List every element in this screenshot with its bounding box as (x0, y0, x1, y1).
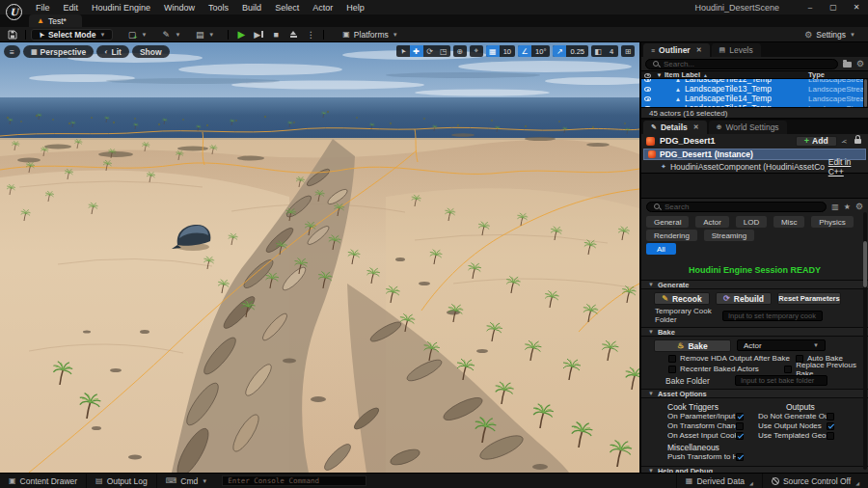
table-row[interactable]: ▲ LandscapeTile14_Temp LandscapeStreamin… (641, 94, 868, 103)
play-options-icon[interactable]: ⋮ (303, 28, 318, 41)
level-tab-test[interactable]: ▲ Test* (29, 14, 82, 27)
grid-snap-toggle[interactable]: ▦ (486, 45, 500, 57)
eject-button[interactable] (285, 28, 301, 41)
tab-levels[interactable]: ▤ Levels (712, 43, 761, 57)
lock-icon[interactable] (854, 139, 861, 144)
maximize-button[interactable]: ▢ (822, 0, 845, 14)
tab-outliner[interactable]: ≡ Outliner ✕ (643, 43, 710, 57)
display-options-icon[interactable]: ▥ (831, 203, 839, 211)
on-param-checkbox[interactable] (736, 413, 744, 420)
menu-tools[interactable]: Tools (202, 2, 235, 14)
chevron-down-icon[interactable]: ▼ (175, 32, 180, 38)
menu-houdini-engine[interactable]: Houdini Engine (85, 2, 157, 14)
eye-icon[interactable] (644, 87, 651, 92)
folder-icon[interactable] (843, 62, 852, 68)
maximize-viewport-button[interactable]: ⊞ (621, 45, 635, 57)
section-generate[interactable]: ▼Generate (641, 280, 868, 289)
close-icon[interactable]: ✕ (696, 46, 702, 54)
save-icon[interactable] (5, 28, 20, 41)
play-button[interactable]: ▶ (233, 28, 249, 41)
scale-snap-toggle[interactable]: ↗ (553, 45, 566, 57)
unreal-logo-icon[interactable]: U (6, 4, 22, 20)
favorites-star-icon[interactable]: ★ (844, 203, 851, 211)
tab-details[interactable]: ✎ Details ✕ (643, 121, 707, 134)
reset-parameters-button[interactable]: Reset Parameters (777, 292, 841, 305)
scale-tool-button[interactable]: ◳ (437, 45, 450, 57)
rotation-snap-toggle[interactable]: ∠ (518, 45, 531, 57)
cinematics-icon[interactable]: ▤ (192, 28, 207, 41)
viewport[interactable]: ≡ ▦Perspective ◐Lit Show ➤ ✚ ⟳ ◳ ⊕ ⌖ ▦ 1… (0, 42, 639, 473)
menu-build[interactable]: Build (235, 2, 268, 14)
camera-speed-icon[interactable]: ◧ (591, 45, 605, 57)
gear-icon[interactable]: ⚙ (856, 59, 864, 68)
eye-icon[interactable] (644, 79, 651, 82)
remove-hda-checkbox[interactable] (668, 355, 676, 363)
auto-bake-checkbox[interactable] (796, 355, 803, 363)
gear-icon[interactable]: ⚙ (855, 202, 863, 211)
perspective-dropdown[interactable]: ▦Perspective (23, 45, 94, 58)
show-dropdown[interactable]: Show (132, 45, 170, 58)
rebuild-button[interactable]: ⟳Rebuild (716, 292, 772, 305)
outliner-search[interactable] (645, 59, 838, 69)
grid-snap-value[interactable]: 10 (500, 45, 515, 57)
rotate-tool-button[interactable]: ⟳ (423, 45, 437, 57)
temp-cook-folder-input[interactable] (722, 311, 823, 321)
outliner-scrollbar[interactable] (863, 79, 868, 107)
camera-speed-value[interactable]: 4 (605, 45, 618, 57)
details-scrollbar[interactable] (863, 212, 867, 470)
menu-edit[interactable]: Edit (57, 2, 86, 14)
use-output-nodes-checkbox[interactable] (827, 422, 834, 430)
close-icon[interactable]: ✕ (693, 123, 699, 131)
menu-help[interactable]: Help (339, 2, 371, 14)
outliner-search-input[interactable] (664, 60, 830, 68)
chevron-down-icon[interactable]: ▼ (141, 32, 147, 38)
category-streaming[interactable]: Streaming (704, 230, 754, 241)
tab-world-settings[interactable]: ⊕ World Settings (709, 121, 787, 134)
rotation-snap-value[interactable]: 10° (531, 45, 550, 57)
use-templated-checkbox[interactable] (827, 432, 834, 440)
platforms-dropdown[interactable]: ▣ Platforms ▼ (342, 30, 397, 40)
replace-previous-checkbox[interactable] (784, 366, 792, 373)
cmd-dropdown[interactable]: ⌨ Cmd ▼ (157, 474, 216, 488)
world-space-toggle[interactable]: ⊕ (453, 45, 467, 57)
details-search[interactable] (646, 202, 827, 212)
add-actor-icon[interactable]: ▢+ (124, 28, 140, 41)
section-help-debug[interactable]: ▼Help and Debug (641, 466, 868, 473)
source-control-button[interactable]: Source Control Off ◢ (762, 474, 868, 488)
menu-actor[interactable]: Actor (306, 2, 339, 14)
section-asset-options[interactable]: ▼Asset Options (641, 389, 868, 398)
type-column[interactable]: Type (808, 70, 825, 79)
settings-dropdown[interactable]: ⚙ Settings ▼ (804, 30, 855, 40)
menu-window[interactable]: Window (157, 2, 202, 14)
category-general[interactable]: General (646, 216, 689, 228)
table-row[interactable]: ▲ LandscapeTile15_Temp LandscapeStreamin… (641, 103, 868, 107)
scale-snap-value[interactable]: 0.25 (566, 45, 588, 57)
category-lod[interactable]: LOD (736, 216, 767, 228)
details-search-input[interactable] (665, 203, 819, 211)
move-tool-button[interactable]: ✚ (410, 45, 423, 57)
stop-button[interactable]: ■ (268, 28, 284, 41)
recenter-checkbox[interactable] (668, 366, 676, 373)
eye-icon[interactable] (644, 73, 651, 78)
category-rendering[interactable]: Rendering (646, 230, 697, 241)
on-asset-input-checkbox[interactable] (736, 432, 744, 440)
category-misc[interactable]: Misc (773, 216, 804, 228)
menu-file[interactable]: File (29, 2, 57, 14)
eye-icon[interactable] (644, 106, 651, 107)
bake-folder-input[interactable] (735, 375, 827, 386)
no-outputs-checkbox[interactable] (827, 413, 834, 420)
node-graph-icon[interactable]: -< (842, 138, 846, 145)
section-bake[interactable]: ▼Bake (641, 327, 868, 337)
minimize-button[interactable]: – (799, 0, 822, 14)
add-component-button[interactable]: + Add (796, 136, 837, 147)
lit-dropdown[interactable]: ◐Lit (96, 45, 129, 58)
chevron-down-icon[interactable]: ▼ (208, 32, 214, 38)
viewport-menu-button[interactable]: ≡ (4, 45, 20, 58)
on-transform-checkbox[interactable] (736, 422, 744, 430)
console-command-input[interactable] (222, 475, 366, 486)
bake-type-dropdown[interactable]: Actor▼ (737, 339, 826, 351)
push-transform-checkbox[interactable] (736, 453, 744, 461)
item-label-column[interactable]: Item Label (665, 70, 700, 79)
output-log-button[interactable]: ▤ Output Log (87, 474, 157, 488)
pin-icon[interactable]: ▼ (654, 72, 665, 78)
